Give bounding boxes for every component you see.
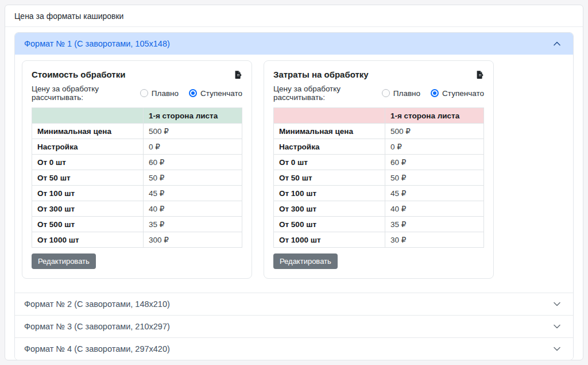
row-label: От 0 шт: [32, 155, 144, 170]
chevron-down-icon: [552, 322, 562, 331]
row-label: От 300 шт: [32, 201, 144, 217]
radio-unchecked-icon[interactable]: [140, 89, 148, 97]
file-export-icon[interactable]: [233, 70, 242, 79]
row-value: 45 ₽: [385, 186, 483, 201]
row-value: 60 ₽: [143, 155, 242, 170]
table-row: От 300 шт40 ₽: [274, 201, 484, 217]
table-row: Настройка0 ₽: [32, 139, 242, 155]
row-label: От 1000 шт: [32, 232, 144, 248]
column-header-cell: 1-я сторона листа: [143, 108, 242, 124]
row-value: 500 ₽: [385, 124, 483, 139]
row-value: 40 ₽: [385, 201, 483, 217]
radio-group-caption: Цену за обработку рассчитывать:: [273, 84, 372, 102]
accordion-item-label: Формат № 2 (С заворотами, 148x210): [24, 299, 170, 309]
radio-checked-icon[interactable]: [431, 89, 439, 97]
table-row: От 1000 шт30 ₽: [274, 232, 484, 248]
accordion-body-format-1: Стоимость обработки Цену: [15, 55, 573, 293]
accordion-item-format-2[interactable]: Формат № 2 (С заворотами, 148x210): [15, 293, 573, 315]
row-value: 45 ₽: [143, 186, 242, 201]
accordion-item-format-4[interactable]: Формат № 4 (С заворотами, 297x420): [15, 337, 573, 360]
accordion-item-format-1[interactable]: Формат № 1 (С заворотами, 105x148): [15, 33, 573, 55]
card-title: Затраты на обработку: [273, 70, 369, 79]
table-row: От 0 шт60 ₽: [274, 155, 484, 170]
table-row: От 100 шт45 ₽: [274, 186, 484, 201]
page-title: Цена за форматы кашировки: [5, 5, 583, 27]
row-label: Минимальная цена: [274, 124, 385, 139]
empty-header-cell: [32, 108, 144, 124]
radio-option-label: Ступенчато: [200, 89, 242, 98]
row-value: 60 ₽: [385, 155, 483, 170]
edit-button[interactable]: Редактировать: [32, 253, 96, 269]
formats-accordion: Формат № 1 (С заворотами, 105x148) Стоим…: [14, 32, 574, 360]
price-table: 1-я сторона листа Минимальная цена500 ₽Н…: [273, 107, 484, 248]
row-label: От 500 шт: [32, 217, 144, 232]
chevron-up-icon: [552, 39, 562, 48]
table-row: Минимальная цена500 ₽: [32, 124, 242, 139]
table-row: От 50 шт50 ₽: [32, 170, 242, 186]
row-label: От 100 шт: [274, 186, 385, 201]
file-export-icon[interactable]: [475, 70, 484, 79]
row-label: Настройка: [32, 139, 144, 155]
accordion-item-format-3[interactable]: Формат № 3 (С заворотами, 210x297): [15, 315, 573, 337]
radio-option-stepped[interactable]: Ступенчато: [431, 89, 484, 98]
table-header-row: 1-я сторона листа: [274, 108, 484, 124]
table-row: Настройка0 ₽: [274, 139, 484, 155]
row-value: 500 ₽: [143, 124, 242, 139]
table-row: От 100 шт45 ₽: [32, 186, 242, 201]
table-row: От 1000 шт300 ₽: [32, 232, 242, 248]
row-value: 50 ₽: [143, 170, 242, 186]
radio-option-smooth[interactable]: Плавно: [140, 89, 179, 98]
table-row: От 300 шт40 ₽: [32, 201, 242, 217]
row-value: 40 ₽: [143, 201, 242, 217]
row-label: Минимальная цена: [32, 124, 144, 139]
processing-expenses-card: Затраты на обработку Цену: [264, 60, 494, 279]
radio-checked-icon[interactable]: [189, 89, 197, 97]
row-label: От 0 шт: [274, 155, 385, 170]
radio-option-smooth[interactable]: Плавно: [382, 89, 420, 98]
radio-option-label: Ступенчато: [442, 89, 484, 98]
row-label: Настройка: [274, 139, 385, 155]
main-panel: Цена за форматы кашировки Формат № 1 (С …: [5, 5, 583, 360]
radio-option-stepped[interactable]: Ступенчато: [189, 89, 242, 98]
table-row: От 50 шт50 ₽: [274, 170, 484, 186]
row-label: От 100 шт: [32, 186, 144, 201]
radio-group-caption: Цену за обработку рассчитывать:: [32, 84, 130, 102]
edit-button[interactable]: Редактировать: [273, 253, 338, 269]
radio-option-label: Плавно: [393, 89, 420, 98]
row-value: 0 ₽: [143, 139, 242, 155]
row-label: От 1000 шт: [274, 232, 385, 248]
column-header-cell: 1-я сторона листа: [385, 108, 483, 124]
row-value: 50 ₽: [385, 170, 483, 186]
table-row: От 500 шт35 ₽: [274, 217, 484, 232]
row-value: 35 ₽: [385, 217, 483, 232]
processing-cost-card: Стоимость обработки Цену: [22, 60, 252, 279]
empty-header-cell: [274, 108, 385, 124]
row-value: 30 ₽: [385, 232, 483, 248]
row-label: От 50 шт: [274, 170, 385, 186]
accordion-item-label: Формат № 3 (С заворотами, 210x297): [24, 322, 170, 331]
row-label: От 500 шт: [274, 217, 385, 232]
table-row: Минимальная цена500 ₽: [274, 124, 484, 139]
row-value: 0 ₽: [385, 139, 483, 155]
card-title: Стоимость обработки: [32, 70, 125, 79]
accordion-item-label: Формат № 1 (С заворотами, 105x148): [24, 39, 170, 48]
chevron-down-icon: [552, 299, 562, 309]
table-header-row: 1-я сторона листа: [32, 108, 242, 124]
row-label: От 50 шт: [32, 170, 144, 186]
accordion-item-label: Формат № 4 (С заворотами, 297x420): [24, 344, 170, 354]
row-value: 35 ₽: [143, 217, 242, 232]
row-label: От 300 шт: [274, 201, 385, 217]
chevron-down-icon: [552, 344, 562, 354]
radio-unchecked-icon[interactable]: [382, 89, 390, 97]
table-row: От 500 шт35 ₽: [32, 217, 242, 232]
price-table: 1-я сторона листа Минимальная цена500 ₽Н…: [32, 107, 242, 248]
table-row: От 0 шт60 ₽: [32, 155, 242, 170]
radio-option-label: Плавно: [152, 89, 179, 98]
row-value: 300 ₽: [143, 232, 242, 248]
